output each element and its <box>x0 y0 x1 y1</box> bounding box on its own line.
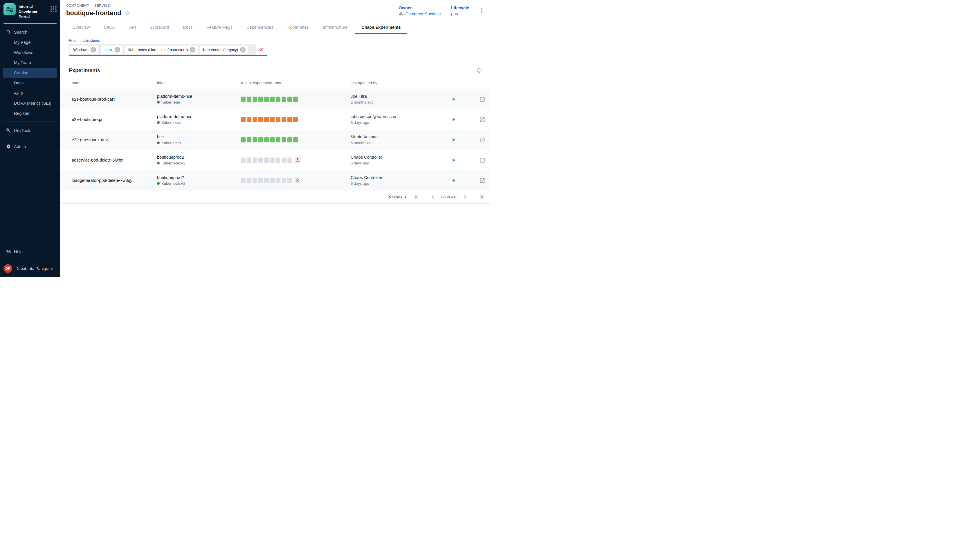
open-experiment-icon[interactable] <box>479 137 485 143</box>
run-square <box>282 117 286 122</box>
tab[interactable]: Overview <box>65 20 97 33</box>
run-square <box>252 117 257 122</box>
open-experiment-icon[interactable] <box>479 178 485 184</box>
experiments-title: Experiments <box>69 68 100 74</box>
chip-remove-icon[interactable]: × <box>240 47 246 53</box>
open-experiment-icon[interactable] <box>479 157 485 163</box>
tab[interactable]: Scorecard <box>143 20 176 33</box>
sidebar-item-label: My Page <box>14 40 30 45</box>
infra-type: Kubernetes <box>161 141 181 145</box>
experiment-name: e2e-guestbook-dev <box>72 137 157 142</box>
run-square <box>287 178 292 183</box>
sidebar-item[interactable]: My Page <box>0 37 60 48</box>
tab[interactable]: Kubernetes <box>281 20 316 33</box>
filter-chipbox[interactable]: Windows × Linux × Kubernetes (Harness In… <box>69 44 256 56</box>
table-row[interactable]: e2e-boutique-qa platform-demo-hce Kubern… <box>60 109 490 130</box>
tab[interactable]: Infrastructure <box>316 20 354 33</box>
owner-value[interactable]: Customer Success <box>405 11 441 16</box>
filter-chip: Kubernetes (Harness Infrastructure) × <box>125 46 198 54</box>
sidebar-item[interactable]: Search <box>0 27 60 37</box>
sidebar-item[interactable]: DORA Metrics (SEI) <box>0 98 60 108</box>
clear-filters-icon[interactable]: × <box>256 47 267 53</box>
run-experiment-button[interactable] <box>451 97 456 102</box>
recent-runs <box>241 137 351 142</box>
sidebar-item-label: Help <box>14 250 22 254</box>
sidebar-item[interactable]: APIs <box>0 88 60 98</box>
sidebar-item-label: DevTools <box>14 128 31 133</box>
filter-chip-label: Linux <box>104 48 113 52</box>
sidebar-item-help[interactable]: ? Help <box>0 247 60 257</box>
filter-input[interactable]: Windows × Linux × Kubernetes (Harness In… <box>69 44 267 56</box>
run-experiment-button[interactable] <box>451 117 456 122</box>
table-row[interactable]: e2e-boutique-prod-cart platform-demo-hce… <box>60 89 490 109</box>
updated-by: Martin Ansong <box>351 135 450 139</box>
tab[interactable]: Feature Flags <box>200 20 239 33</box>
run-square <box>270 97 275 102</box>
updated-by: john.crespo@harness.io <box>351 114 450 119</box>
sidebar-item[interactable]: Workflows <box>0 48 60 58</box>
favorite-star-icon[interactable]: ☆ <box>124 10 130 16</box>
sidebar: Internal Developer Portal Search My Page… <box>0 0 60 277</box>
run-square <box>276 137 281 142</box>
filter-chip: Windows × <box>70 46 98 54</box>
chip-remove-icon[interactable]: × <box>91 47 96 53</box>
table-row[interactable]: adservice-pod-delete-5lwbx boutiqueprod2… <box>60 150 490 170</box>
avatar: DP <box>3 264 12 273</box>
sidebar-item[interactable]: Docs <box>0 78 60 88</box>
run-experiment-button[interactable] <box>451 178 456 183</box>
user-menu[interactable]: DP Debabrata Panigrahi <box>0 264 60 277</box>
tab[interactable]: API <box>122 20 143 33</box>
tab[interactable]: CI/CD <box>97 20 122 33</box>
run-square <box>276 158 281 163</box>
chevron-down-icon: ▾ <box>405 195 406 199</box>
sidebar-item-label: Workflows <box>14 50 34 55</box>
tab[interactable]: Dependencies <box>239 20 281 33</box>
sidebar-item[interactable]: Catalog <box>3 68 57 78</box>
infra-cell: boutiqueprod2 KubernetesV2 <box>157 155 241 166</box>
sidebar-item[interactable]: My Team <box>0 58 60 68</box>
tab-label: Feature Flags <box>206 25 232 30</box>
infra-name: boutiqueprod2 <box>157 155 241 159</box>
previous-page-icon[interactable] <box>430 194 436 200</box>
rows-per-page-select[interactable]: 5 rows ▾ <box>388 194 406 199</box>
tab[interactable]: Docs <box>176 20 200 33</box>
sidebar-item-admin[interactable]: Admin <box>0 142 60 152</box>
run-square <box>259 137 263 142</box>
filter-chip-label: Windows <box>73 48 89 52</box>
lifecycle-block: Lifecycle prod <box>451 5 469 16</box>
last-page-icon[interactable] <box>479 194 484 200</box>
app-switcher-icon[interactable] <box>51 3 57 12</box>
kebab-menu-icon[interactable] <box>480 5 484 15</box>
run-square <box>252 178 257 183</box>
open-experiment-icon[interactable] <box>479 116 485 123</box>
experiment-name: loadgenerator-pod-delete-xw3qy <box>72 178 157 183</box>
filter-chip: Kubernetes (Legacy) × <box>200 46 248 54</box>
filter-chip-label: Kubernetes (Harness Infrastructure) <box>128 48 188 52</box>
chip-remove-icon[interactable]: × <box>115 47 120 53</box>
first-page-icon[interactable] <box>413 194 420 200</box>
run-square <box>259 117 263 122</box>
run-experiment-button[interactable] <box>451 158 456 163</box>
open-experiment-icon[interactable] <box>479 96 485 102</box>
chip-remove-icon[interactable]: × <box>190 47 195 53</box>
table-row[interactable]: e2e-guestbook-dev hce Kubernetes Martin … <box>60 130 490 150</box>
updated-ago: 5 months ago <box>351 141 450 145</box>
table-row[interactable]: loadgenerator-pod-delete-xw3qy boutiquep… <box>60 170 490 191</box>
run-square <box>276 97 281 102</box>
tab[interactable]: Chaos Experiments <box>354 20 407 33</box>
owner-link[interactable]: Customer Success <box>399 11 441 16</box>
sidebar-divider <box>4 121 56 122</box>
row-actions <box>450 157 485 163</box>
gear-icon <box>6 144 11 149</box>
status-dot <box>157 162 160 164</box>
sidebar-item-devtools[interactable]: DevTools <box>0 125 60 136</box>
run-square <box>247 97 251 102</box>
run-experiment-button[interactable] <box>451 137 456 142</box>
refresh-icon[interactable] <box>476 67 482 74</box>
updated-ago: 2 months ago <box>351 100 450 104</box>
sidebar-item[interactable]: Register <box>0 108 60 119</box>
help-chat-icon: ? <box>6 249 11 255</box>
next-page-icon[interactable] <box>462 194 468 200</box>
run-square <box>282 178 286 183</box>
run-square <box>247 137 251 142</box>
